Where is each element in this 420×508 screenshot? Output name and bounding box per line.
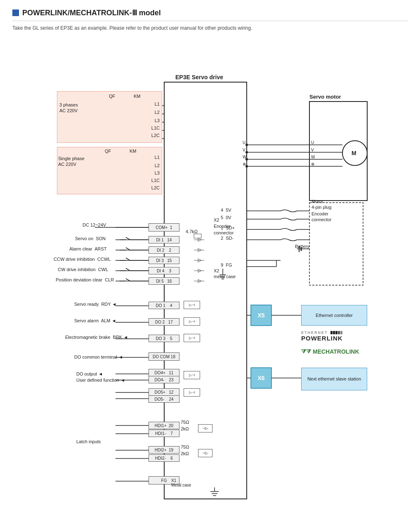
do2-terminal: DO 2 17 — [149, 318, 179, 326]
hdi2m-terminal: HDI2- 6 — [149, 454, 179, 462]
cw-label: CW drive inhibition CWL — [58, 267, 108, 272]
svg-text:V: V — [243, 148, 245, 152]
servo-ready-label: Servo ready RDY ◄ — [74, 302, 116, 307]
dc-label: DC 12~24V — [83, 222, 106, 228]
km-label-3p: KM — [134, 94, 141, 99]
servo-motor-title: Servo motor — [309, 94, 341, 100]
mechatrolink-text: MECHATROLINK — [313, 348, 359, 355]
sp-l1c-label: L1C — [151, 178, 160, 183]
svg-line-154 — [126, 248, 130, 250]
svg-line-160 — [126, 268, 130, 271]
x1-metal-case-label: X1Metal case — [171, 478, 191, 487]
sp-l3-label: L3 — [155, 170, 160, 175]
r2k-2-label: 2kΩ — [181, 451, 189, 456]
three-phase-label: 3 phasesAC 220V — [59, 102, 78, 114]
enc-pin9-label: 9 FG — [221, 262, 232, 267]
three-phase-box: L1 L2 L3 L1C L2C QF KM 3 phasesAC 220V — [57, 91, 162, 143]
svg-marker-166 — [198, 238, 201, 241]
do-com-terminal: DO COM 18 — [149, 352, 179, 361]
ethernet-powerlink-logo: ETHERNET POWERLINK — [301, 331, 343, 342]
x5-box: X5 — [251, 305, 271, 326]
svg-text:W: W — [243, 155, 247, 159]
svg-text:M: M — [352, 150, 356, 156]
diagram-container: ⊕ ⊕ — [12, 38, 408, 500]
r75-2-label: 75Ω — [181, 444, 189, 449]
svg-marker-174 — [198, 279, 201, 283]
em-brake-label: Electromagnetic brake BRK ◄ — [65, 335, 128, 340]
di5-terminal: DI 5 16 — [149, 277, 179, 285]
do-common-label: DO common terminal ◄ — [74, 354, 123, 359]
svg-line-157 — [126, 258, 130, 260]
subtitle: Take the GL series of EP3E as an example… — [12, 25, 408, 31]
sp-l2c-label: L2C — [151, 185, 160, 190]
svg-line-151 — [126, 237, 130, 240]
alarm-clear-label: Alarm clear ARST — [69, 246, 106, 251]
encoder-connector-label: Encoderconnector — [311, 211, 331, 223]
qf-label-3p: QF — [109, 94, 115, 99]
di2-terminal: DI 2 2 — [149, 246, 179, 254]
ethernet-text: ETHERNET — [301, 331, 343, 335]
com-plus-terminal: COM+ 1 — [149, 223, 179, 232]
mechatrolink-icon: ⧩⧩ — [301, 348, 311, 355]
l1c-label: L1C — [151, 125, 160, 130]
x6-label: X6 — [257, 375, 264, 381]
svg-point-113 — [245, 165, 248, 168]
ethernet-controller-label: Ethernet controller — [316, 313, 353, 318]
do5-symbol: ▷⊣ — [184, 388, 200, 397]
do3-symbol: ▷⊣ — [184, 334, 200, 342]
svg-rect-164 — [194, 234, 201, 238]
svg-marker-168 — [198, 248, 201, 252]
do5p-terminal: DO5+ 12 — [149, 388, 179, 396]
svg-line-163 — [126, 279, 130, 281]
servo-alarm-label: Servo alarm ALM ◄ — [74, 318, 116, 323]
qf-label-sp: QF — [105, 149, 111, 154]
km-label-sp: KM — [130, 149, 137, 154]
hdi2-opto: ⊣▷ — [198, 449, 212, 457]
do5m-terminal: DO5- 24 — [149, 395, 179, 403]
enc-pin4-label: 4 5V — [221, 208, 231, 213]
do4m-terminal: DO4- 23 — [149, 376, 179, 383]
single-phase-label: Single phaseAC 220V — [58, 156, 85, 168]
pos-dev-label: Position deviation clear CLR — [56, 277, 114, 282]
r2k-1-label: 2kΩ — [181, 426, 189, 431]
svg-text:⊕: ⊕ — [243, 162, 246, 166]
hdi1m-terminal: HDI1- 7 — [149, 430, 179, 437]
page-header: POWERLINK/MECHATROLINK-Ⅲ model — [12, 8, 408, 21]
page-title: POWERLINK/MECHATROLINK-Ⅲ model — [22, 8, 161, 17]
mechatrolink-logo: ⧩⧩ MECHATROLINK — [301, 348, 359, 355]
svg-point-110 — [245, 144, 248, 146]
latch-inputs-label: Latch inputs — [76, 439, 101, 444]
svg-text:U: U — [311, 140, 314, 145]
do2-symbol: ▷⊣ — [184, 317, 200, 326]
resistance-4-7k: 4.7kΩ — [186, 229, 198, 234]
x6-box: X6 — [251, 368, 271, 388]
svg-text:⊕: ⊕ — [311, 162, 314, 166]
single-phase-box: L1 L2 L3 L1C L2C QF KM Single phaseAC 22… — [57, 147, 162, 194]
x5-label: X5 — [257, 312, 264, 319]
next-ethernet-box: Next ethernet slave station — [301, 368, 367, 390]
di3-terminal: DI 3 15 — [149, 257, 179, 264]
do3-terminal: DO 3 5 — [149, 335, 179, 342]
do1-terminal: DO 1 4 — [149, 302, 179, 309]
di1-terminal: DI 1 14 — [149, 236, 179, 243]
hdi1p-terminal: HDI1+ 20 — [149, 422, 179, 429]
blue-square-icon — [12, 9, 19, 16]
servo-drive-title: EP3E Servo drive — [175, 74, 223, 80]
l3-label: L3 — [155, 118, 160, 123]
battery-label: Battery — [295, 244, 309, 249]
do1-symbol: ▷⊣ — [184, 301, 200, 309]
svg-rect-95 — [309, 102, 367, 201]
hdi2p-terminal: HDI2+ 19 — [149, 446, 179, 454]
svg-text:V: V — [311, 148, 314, 152]
r75-1-label: 75Ω — [181, 420, 189, 425]
do4-symbol: ▷⊣ — [184, 371, 200, 379]
next-ethernet-label: Next ethernet slave station — [307, 376, 361, 382]
ccw-label: CCW drive inhibition CCWL — [54, 257, 111, 262]
svg-text:U: U — [243, 140, 245, 145]
svg-point-111 — [245, 151, 248, 154]
x2-label: X2Encoderconnector — [214, 217, 234, 236]
svg-point-96 — [342, 141, 367, 165]
l2c-label: L2C — [151, 133, 160, 138]
powerlink-text: POWERLINK — [301, 335, 343, 342]
l1-label: L1 — [155, 102, 160, 106]
